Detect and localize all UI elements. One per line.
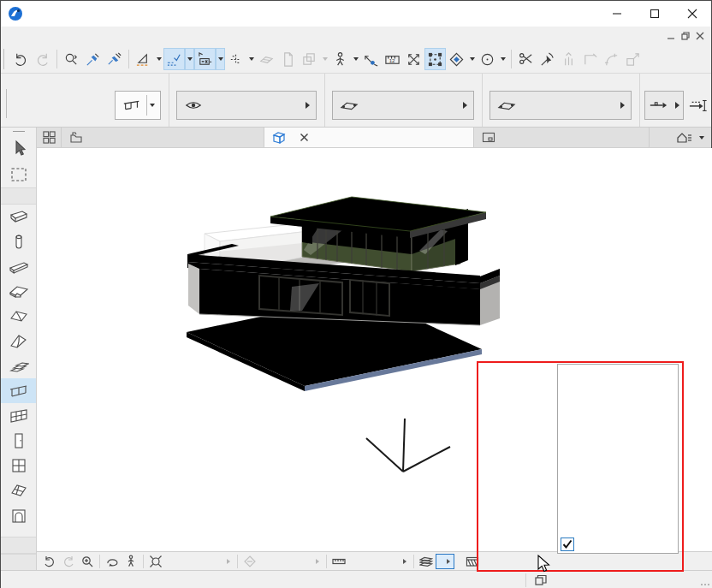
guide-lines-dropdown[interactable]	[154, 48, 163, 70]
snap-guides-icon[interactable]	[163, 48, 185, 70]
tool-skylight[interactable]	[1, 478, 36, 502]
plan-tab-icon	[69, 131, 83, 144]
zoom-in-icon[interactable]	[78, 553, 97, 570]
menu-projekt[interactable]	[47, 33, 62, 39]
layer-combinations-button[interactable]	[436, 554, 454, 569]
pen-options-arrow[interactable]	[316, 559, 319, 564]
rail-link-arrow-icon	[463, 102, 467, 109]
stretch-icon[interactable]	[403, 48, 424, 70]
circle-dropdown[interactable]	[498, 48, 507, 70]
tool-window[interactable]	[1, 453, 36, 478]
popup-item[interactable]	[558, 484, 678, 502]
snap-guides-dropdown[interactable]	[185, 48, 194, 70]
quad-view-icon[interactable]	[37, 128, 62, 147]
guide-lines-icon[interactable]	[133, 48, 154, 70]
refline-dropdown-icon	[675, 102, 679, 109]
find-select-icon[interactable]	[61, 48, 82, 70]
popup-item[interactable]	[558, 433, 678, 450]
split-icon[interactable]	[515, 48, 537, 70]
popup-item[interactable]	[558, 519, 678, 536]
window-arrange-icon[interactable]	[531, 572, 550, 588]
refline-button[interactable]	[644, 91, 684, 120]
popup-item[interactable]	[558, 502, 678, 519]
scale-options-arrow[interactable]	[403, 559, 406, 564]
toolbox-scroll-up[interactable]	[1, 128, 36, 134]
menu-widok[interactable]	[32, 33, 47, 39]
layer-button[interactable]	[176, 91, 317, 120]
tool-select-arrow[interactable]	[1, 134, 36, 161]
railing-default-button[interactable]	[115, 91, 161, 120]
popup-item[interactable]	[558, 382, 678, 399]
menu-plik[interactable]	[1, 33, 16, 39]
layers-icon	[417, 553, 436, 570]
tool-wall[interactable]	[1, 205, 36, 229]
maximize-button[interactable]	[636, 1, 673, 27]
figure-icon[interactable]	[329, 48, 351, 70]
tool-shell[interactable]	[1, 329, 36, 353]
segment-link-button[interactable]	[490, 91, 632, 120]
orbit-icon[interactable]	[103, 553, 122, 570]
navigator-dropdown-icon[interactable]	[697, 131, 706, 145]
menu-edycja[interactable]	[16, 33, 32, 39]
edit-nodes-icon[interactable]	[424, 48, 446, 70]
tool-opening[interactable]	[1, 502, 36, 527]
tab-plan[interactable]	[62, 128, 264, 147]
toolbox-group-projekt	[1, 187, 36, 205]
model-filter-arrow[interactable]	[542, 559, 545, 564]
close-button[interactable]	[673, 1, 711, 27]
walk-icon[interactable]	[122, 553, 140, 570]
zoom-options-arrow[interactable]	[227, 559, 230, 564]
menu-teamwork[interactable]	[93, 33, 109, 39]
scale-ruler-icon	[329, 553, 348, 570]
popup-item[interactable]	[558, 365, 678, 382]
navigator-house-icon[interactable]	[676, 131, 693, 145]
minimize-button[interactable]	[598, 1, 636, 27]
fit-in-window-icon[interactable]	[146, 553, 165, 570]
rotate-icon[interactable]	[446, 48, 467, 70]
dimension-12-icon[interactable]: 12	[382, 48, 403, 70]
tool-roof[interactable]	[1, 304, 36, 329]
refline-offset-button[interactable]	[689, 91, 712, 120]
snap-grid-dropdown[interactable]	[246, 48, 256, 70]
snap-grid-icon[interactable]	[225, 48, 246, 70]
rotate-dropdown[interactable]	[467, 48, 477, 70]
resize-grip[interactable]	[700, 583, 710, 586]
coordinates-icon[interactable]	[194, 48, 216, 70]
mdi-minimize-icon[interactable]	[667, 32, 675, 40]
inject-parameters-icon[interactable]	[104, 48, 125, 70]
tool-stairs[interactable]	[1, 353, 36, 378]
redo-icon[interactable]	[32, 48, 53, 70]
popup-item[interactable]	[558, 416, 678, 433]
menu-pomoc[interactable]	[124, 33, 139, 39]
menu-okna[interactable]	[109, 33, 124, 39]
menu-opcje[interactable]	[78, 33, 93, 39]
adjust-icon[interactable]	[537, 48, 558, 70]
circle-icon[interactable]	[477, 48, 498, 70]
mdi-restore-icon[interactable]	[681, 32, 690, 40]
popup-item[interactable]	[558, 399, 678, 416]
tab-3d-perspective[interactable]	[264, 128, 474, 147]
pickup-parameters-icon[interactable]	[82, 48, 104, 70]
tool-beam[interactable]	[1, 254, 36, 279]
tab-layout[interactable]	[474, 128, 650, 147]
popup-item[interactable]	[558, 450, 678, 467]
tool-door[interactable]	[1, 428, 36, 453]
undo-icon[interactable]	[10, 48, 32, 70]
rail-link-button[interactable]	[332, 91, 474, 120]
figure-dropdown[interactable]	[351, 48, 360, 70]
tool-column[interactable]	[1, 229, 36, 254]
railing-default-dropdown[interactable]	[147, 95, 157, 116]
railing-icon	[122, 98, 141, 113]
dimension-icon[interactable]	[360, 48, 382, 70]
tool-slab[interactable]	[1, 279, 36, 304]
view-undo-icon[interactable]	[40, 553, 59, 570]
popup-item-checked[interactable]	[558, 536, 678, 553]
popup-item[interactable]	[558, 467, 678, 484]
tool-curtain-wall[interactable]	[1, 403, 36, 428]
menu-dokument[interactable]	[62, 33, 78, 39]
tab-close-icon[interactable]	[298, 132, 310, 144]
tool-marquee[interactable]	[1, 161, 36, 187]
coordinates-dropdown[interactable]	[216, 48, 225, 70]
mdi-close-icon[interactable]	[696, 32, 704, 40]
tool-railing[interactable]	[1, 378, 36, 403]
